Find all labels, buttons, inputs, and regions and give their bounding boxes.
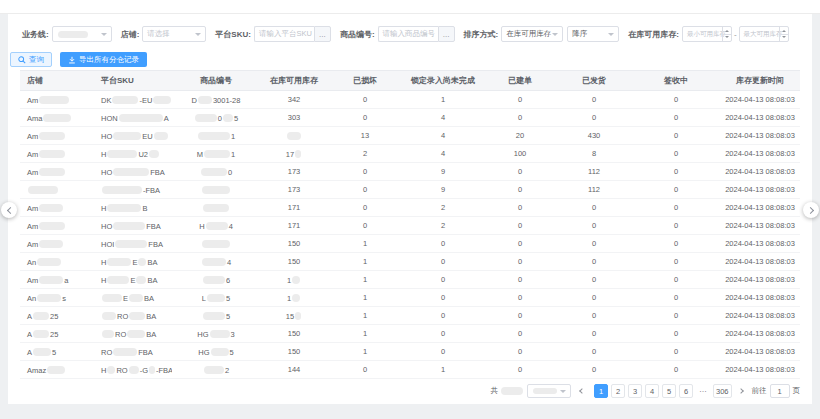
scroll-left-button[interactable] <box>1 202 17 218</box>
redacted-text <box>202 258 226 266</box>
column-header-product-no: 商品编号 <box>172 71 260 91</box>
cell-shipped: 0 <box>556 91 632 109</box>
stepper[interactable] <box>722 27 731 41</box>
page-size-select[interactable] <box>527 384 571 398</box>
cell-text: FBA <box>138 347 153 356</box>
cell-text: FBA <box>148 239 163 248</box>
stepper-up-icon[interactable] <box>723 27 731 35</box>
product-no-more-button[interactable]: ... <box>438 26 455 42</box>
cell-text: L <box>202 293 206 302</box>
cell-product-no: 1 <box>172 127 260 145</box>
cell-store: A5 <box>20 343 94 361</box>
stock-max-input[interactable]: 最大可用库存 <box>739 26 789 42</box>
cell-available-stock: 144 <box>260 361 328 379</box>
store-select[interactable]: 请选择 <box>142 26 206 42</box>
platform-sku-input[interactable]: 请输入平台SKU <box>254 26 314 42</box>
cell-product-no: 05 <box>172 109 260 127</box>
next-page-button[interactable] <box>735 384 749 398</box>
page-suffix-label: 页 <box>793 386 801 396</box>
page-button-1[interactable]: 1 <box>594 384 608 398</box>
cell-text: EU <box>142 131 152 140</box>
page-button-4[interactable]: 4 <box>645 384 659 398</box>
cell-receiving: 0 <box>632 271 720 289</box>
cell-locked-pending: 0 <box>402 253 484 271</box>
redacted-text <box>202 240 230 248</box>
cell-store <box>20 181 94 199</box>
inventory-table: 店铺平台SKU商品编号在库可用库存已损坏锁定录入尚未完成已建单已发货签收中库存更… <box>20 70 800 379</box>
cell-order-created: 0 <box>484 307 556 325</box>
cell-order-created: 0 <box>484 235 556 253</box>
stock-range-label: 在库可用库存: <box>628 29 679 40</box>
cell-text: Ama <box>27 113 42 122</box>
business-line-select[interactable] <box>52 26 112 42</box>
cell-store: Am <box>20 235 94 253</box>
page-button-5[interactable]: 5 <box>662 384 676 398</box>
cell-product-no <box>172 235 260 253</box>
product-no-input[interactable]: 请输入商品编号 <box>378 26 438 42</box>
page-button-3[interactable]: 3 <box>628 384 642 398</box>
cell-available-stock <box>260 127 328 145</box>
stock-min-placeholder: 最小可用库存 <box>687 30 726 39</box>
cell-platform-sku: HOIFBA <box>94 235 172 253</box>
sort-field-select[interactable]: 在库可用库存 <box>501 26 563 42</box>
page-button-6[interactable]: 6 <box>679 384 693 398</box>
cell-locked-pending: 4 <box>402 127 484 145</box>
page-jump-input[interactable] <box>770 384 790 398</box>
cell-text: HG <box>197 329 208 338</box>
cell-text: RO <box>117 311 128 320</box>
redacted-text <box>204 150 230 158</box>
table-row: AnsEBAL51100002024-04-13 08:08:03 <box>20 289 800 307</box>
table-row: A25ROBA515100002024-04-13 08:08:03 <box>20 307 800 325</box>
redacted-text <box>39 168 65 176</box>
cell-receiving: 0 <box>632 325 720 343</box>
table-row: AmaHONA05303040002024-04-13 08:08:03 <box>20 109 800 127</box>
cell-text: H <box>101 365 106 374</box>
stepper-up-icon[interactable] <box>780 27 788 35</box>
page-button-2[interactable]: 2 <box>611 384 625 398</box>
cell-damaged: 1 <box>328 343 402 361</box>
cell-locked-pending: 0 <box>402 325 484 343</box>
cell-shipped: 8 <box>556 145 632 163</box>
table-header: 店铺平台SKU商品编号在库可用库存已损坏锁定录入尚未完成已建单已发货签收中库存更… <box>20 71 800 91</box>
cell-platform-sku: ROFBA <box>94 343 172 361</box>
redacted-text <box>201 168 227 176</box>
table-row: AmDK-EUD3001-28342010002024-04-13 08:08:… <box>20 91 800 109</box>
redacted-text <box>102 312 116 320</box>
cell-text: FBA <box>146 221 161 230</box>
cell-text: B <box>142 203 147 212</box>
column-header-order-created: 已建单 <box>484 71 556 91</box>
cell-text: Am <box>27 167 38 176</box>
export-button[interactable]: 导出所有分仓记录 <box>60 52 147 67</box>
cell-product-no: 0 <box>172 163 260 181</box>
cell-updated-time: 2024-04-13 08:08:03 <box>720 343 800 361</box>
redacted-text <box>113 222 145 230</box>
cell-damaged: 0 <box>328 109 402 127</box>
cell-text: -EU <box>139 95 152 104</box>
cell-text: 15 <box>286 311 294 320</box>
cell-platform-sku: HONA <box>94 109 172 127</box>
column-header-locked-pending: 锁定录入尚未完成 <box>402 71 484 91</box>
table-row: AmHU2M11724100802024-04-13 08:08:03 <box>20 145 800 163</box>
platform-sku-more-button[interactable]: ... <box>314 26 331 42</box>
cell-shipped: 0 <box>556 289 632 307</box>
cell-receiving: 0 <box>632 343 720 361</box>
stepper-down-icon[interactable] <box>780 35 788 42</box>
cell-text: -FBA <box>143 185 160 194</box>
stepper[interactable] <box>779 27 788 41</box>
cell-text: E <box>132 257 137 266</box>
cell-updated-time: 2024-04-13 08:08:03 <box>720 217 800 235</box>
cell-damaged: 13 <box>328 127 402 145</box>
stepper-down-icon[interactable] <box>723 35 731 42</box>
stock-min-input[interactable]: 最小可用库存 <box>682 26 732 42</box>
search-button[interactable]: 查询 <box>10 52 52 67</box>
scroll-right-button[interactable] <box>803 202 819 218</box>
page-button-306[interactable]: 306 <box>713 384 732 398</box>
sort-order-select[interactable]: 降序 <box>567 26 619 42</box>
table-row: AmHB171020002024-04-13 08:08:03 <box>20 199 800 217</box>
cell-updated-time: 2024-04-13 08:08:03 <box>720 199 800 217</box>
cell-receiving: 0 <box>632 253 720 271</box>
cell-text: -FBA <box>156 365 172 374</box>
cell-text: HOI <box>101 239 114 248</box>
prev-page-button[interactable] <box>574 384 588 398</box>
redacted-text <box>195 114 217 122</box>
